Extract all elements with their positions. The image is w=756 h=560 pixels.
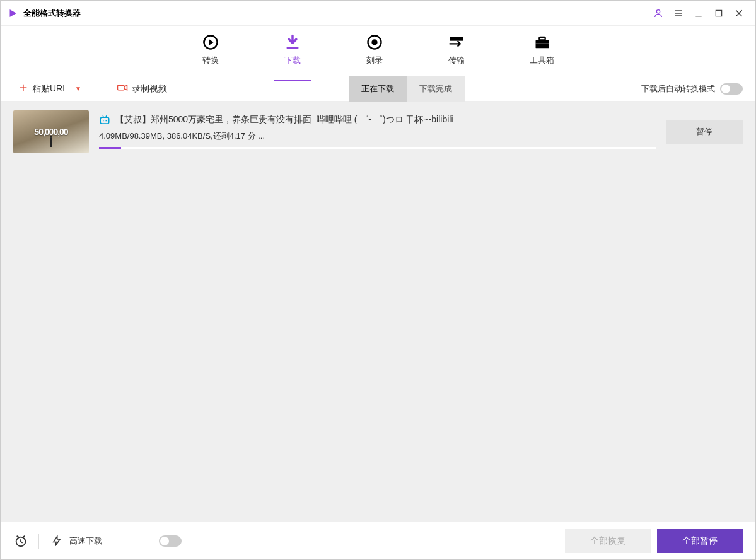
- tab-label: 传输: [448, 55, 465, 66]
- pause-button[interactable]: 暂停: [666, 120, 743, 144]
- table-row: 50,000,00 【艾叔】郑州5000万豪宅里，养条巨贵有没有排面_哔哩哔哩 …: [1, 102, 755, 162]
- titlebar: 全能格式转换器: [1, 1, 755, 26]
- tab-label: 工具箱: [530, 55, 554, 66]
- tab-burn[interactable]: 刻录: [356, 28, 393, 74]
- segment-tabs: 正在下载 下载完成: [349, 76, 465, 102]
- download-status: 4.09MB/98.39MB, 386.04KB/S,还剩4.17 分 ...: [99, 131, 656, 142]
- svg-rect-5: [716, 10, 721, 16]
- svg-rect-13: [535, 40, 549, 48]
- highspeed-label: 高速下载: [69, 535, 102, 547]
- bottombar: 高速下载 全部恢复 全部暂停: [1, 522, 755, 559]
- svg-point-0: [656, 9, 660, 13]
- svg-line-28: [23, 535, 25, 537]
- pause-all-button[interactable]: 全部暂停: [657, 529, 743, 553]
- resume-all-button[interactable]: 全部恢复: [565, 529, 651, 553]
- thumb-figure: [48, 136, 54, 149]
- paste-url-label: 粘贴URL: [32, 83, 67, 95]
- bilibili-icon: [99, 114, 110, 125]
- camera-icon: [117, 82, 128, 95]
- svg-rect-12: [450, 37, 463, 40]
- record-video-label: 录制视频: [132, 83, 167, 95]
- download-icon: [284, 33, 301, 51]
- tab-transfer[interactable]: 传输: [438, 28, 475, 74]
- close-icon[interactable]: [733, 7, 745, 20]
- svg-rect-19: [100, 117, 109, 124]
- maximize-icon[interactable]: [712, 7, 725, 20]
- svg-point-11: [373, 40, 377, 44]
- tab-label: 转换: [202, 55, 219, 66]
- app-title: 全能格式转换器: [23, 8, 81, 19]
- account-icon[interactable]: [652, 7, 665, 20]
- svg-rect-18: [117, 85, 124, 90]
- highspeed-toggle[interactable]: [159, 535, 182, 547]
- tab-label: 下载: [284, 55, 301, 66]
- record-video-button[interactable]: 录制视频: [112, 79, 172, 98]
- auto-convert-toggle[interactable]: [720, 83, 743, 95]
- progress-fill: [99, 147, 121, 149]
- auto-convert-label: 下载后自动转换模式: [641, 83, 715, 95]
- svg-rect-9: [287, 47, 299, 49]
- svg-line-27: [17, 535, 19, 537]
- tab-toolbox[interactable]: 工具箱: [520, 28, 564, 74]
- chevron-down-icon: ▼: [75, 85, 81, 92]
- seg-tab-completed[interactable]: 下载完成: [407, 76, 465, 102]
- tab-download[interactable]: 下载: [274, 28, 311, 74]
- nav-tabs: 转换 下载 刻录 传输 工具箱: [1, 26, 755, 76]
- video-title: 【艾叔】郑州5000万豪宅里，养条巨贵有没有排面_哔哩哔哩 ( ゜- ゜)つロ …: [115, 114, 453, 125]
- toolbox-icon: [533, 33, 551, 51]
- app-logo-icon: [7, 8, 18, 19]
- svg-line-26: [21, 541, 23, 542]
- seg-tab-downloading[interactable]: 正在下载: [349, 76, 407, 102]
- tab-convert[interactable]: 转换: [192, 28, 230, 74]
- plus-icon: [18, 83, 28, 95]
- transfer-icon: [448, 33, 465, 51]
- download-list: 50,000,00 【艾叔】郑州5000万豪宅里，养条巨贵有没有排面_哔哩哔哩 …: [1, 102, 755, 522]
- progress-bar: [99, 147, 656, 149]
- lightning-icon: [49, 534, 64, 549]
- burn-icon: [366, 33, 383, 51]
- tab-label: 刻录: [366, 55, 383, 66]
- schedule-icon[interactable]: [13, 534, 28, 549]
- svg-rect-14: [539, 37, 545, 40]
- toolbar: 粘贴URL ▼ 录制视频 正在下载 下载完成 下载后自动转换模式: [1, 76, 755, 102]
- menu-icon[interactable]: [672, 7, 685, 20]
- paste-url-button[interactable]: 粘贴URL ▼: [13, 80, 86, 97]
- convert-icon: [202, 33, 219, 51]
- minimize-icon[interactable]: [692, 7, 705, 20]
- video-thumbnail[interactable]: 50,000,00: [13, 110, 89, 153]
